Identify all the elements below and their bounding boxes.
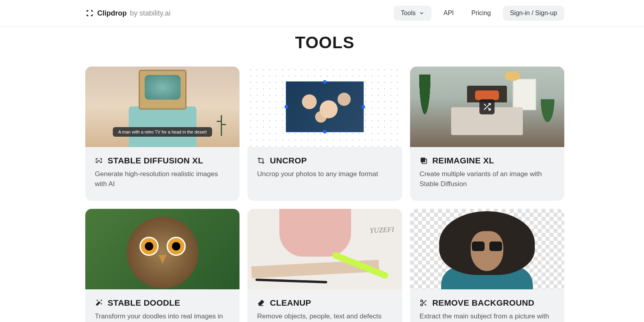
card-title: STABLE DIFFUSION XL bbox=[108, 156, 203, 165]
nav-api-link[interactable]: API bbox=[438, 6, 459, 21]
shuffle-icon bbox=[479, 99, 495, 114]
crop-icon bbox=[257, 157, 265, 165]
main-content: TOOLS A man with a retro TV for a head i… bbox=[0, 33, 644, 322]
card-description: Uncrop your photos to any image format bbox=[257, 169, 392, 179]
clipdrop-logo-icon bbox=[85, 9, 94, 18]
image-caption: A man with a retro TV for a head in the … bbox=[113, 127, 212, 137]
brand-name: Clipdrop bbox=[97, 9, 127, 18]
card-title: CLEANUP bbox=[270, 298, 311, 308]
tools-grid: A man with a retro TV for a head in the … bbox=[85, 67, 564, 322]
card-image bbox=[410, 67, 564, 147]
nav-tools-dropdown[interactable]: Tools bbox=[394, 6, 432, 21]
card-image: A man with a retro TV for a head in the … bbox=[85, 67, 240, 147]
image-variants-icon bbox=[420, 157, 428, 165]
card-image: YUZEFI bbox=[247, 209, 402, 289]
card-description: Remove objects, people, text and defects… bbox=[257, 312, 392, 322]
card-description: Extract the main subject from a picture … bbox=[420, 312, 555, 322]
site-header: Clipdrop by stability.ai Tools API Prici… bbox=[0, 0, 644, 27]
svg-line-9 bbox=[422, 302, 423, 303]
svg-point-6 bbox=[420, 304, 422, 306]
tool-card-cleanup[interactable]: YUZEFI CLEANUP Remove objects, people, t… bbox=[247, 209, 402, 322]
svg-line-2 bbox=[484, 104, 486, 106]
chevron-down-icon bbox=[419, 10, 424, 16]
svg-point-5 bbox=[420, 300, 422, 302]
card-description: Create multiple variants of an image wit… bbox=[420, 169, 555, 189]
nav-signin-button[interactable]: Sign-in / Sign-up bbox=[503, 6, 564, 21]
logo[interactable]: Clipdrop by stability.ai bbox=[85, 9, 171, 18]
card-image bbox=[247, 67, 402, 147]
eraser-icon bbox=[257, 299, 265, 307]
nav-pricing-link[interactable]: Pricing bbox=[466, 6, 497, 21]
card-title: UNCROP bbox=[270, 156, 307, 165]
primary-nav: Tools API Pricing Sign-in / Sign-up bbox=[394, 6, 564, 21]
scissors-icon bbox=[420, 299, 428, 307]
tool-card-remove-background[interactable]: REMOVE BACKGROUND Extract the main subje… bbox=[410, 209, 564, 322]
nav-tools-label: Tools bbox=[401, 10, 416, 17]
tool-card-uncrop[interactable]: UNCROP Uncrop your photos to any image f… bbox=[247, 67, 402, 201]
svg-line-8 bbox=[424, 304, 426, 306]
card-description: Transform your doodles into real images … bbox=[95, 312, 230, 322]
magic-wand-icon bbox=[95, 299, 103, 307]
card-title: REMOVE BACKGROUND bbox=[432, 298, 534, 308]
card-image bbox=[85, 209, 240, 289]
card-description: Generate high-resolution realistic image… bbox=[95, 169, 230, 189]
section-title: TOOLS bbox=[85, 33, 564, 52]
tool-card-stable-doodle[interactable]: STABLE DOODLE Transform your doodles int… bbox=[85, 209, 240, 322]
text-to-image-icon bbox=[95, 157, 103, 165]
brand-suffix: by stability.ai bbox=[130, 9, 171, 18]
tool-card-stable-diffusion-xl[interactable]: A man with a retro TV for a head in the … bbox=[85, 67, 240, 201]
card-title: REIMAGINE XL bbox=[432, 156, 494, 165]
card-title: STABLE DOODLE bbox=[108, 298, 180, 308]
tool-card-reimagine-xl[interactable]: REIMAGINE XL Create multiple variants of… bbox=[410, 67, 564, 201]
card-image bbox=[410, 209, 564, 289]
svg-rect-3 bbox=[420, 158, 425, 163]
